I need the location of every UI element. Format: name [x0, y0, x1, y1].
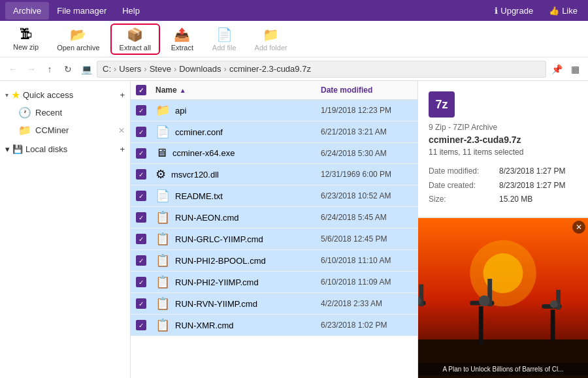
- add-local-disk-button[interactable]: +: [120, 144, 125, 154]
- file-type-icon-9: 📋: [155, 296, 170, 311]
- row-check-9[interactable]: ✓: [136, 298, 155, 309]
- extract-button[interactable]: 📤 Extract: [163, 24, 202, 55]
- like-label: Like: [562, 6, 578, 16]
- row-check-3[interactable]: ✓: [136, 169, 155, 180]
- table-row[interactable]: ✓ 📋 RUN-AEON.cmd 6/24/2018 5:45 AM: [131, 207, 417, 228]
- checkbox-4[interactable]: ✓: [136, 191, 146, 201]
- up-button[interactable]: ↑: [42, 61, 57, 77]
- new-zip-label: New zip: [13, 43, 39, 51]
- quick-access-header[interactable]: ▾ ★ Quick access +: [0, 86, 130, 104]
- pin-button[interactable]: 📌: [549, 61, 564, 77]
- checkbox-5[interactable]: ✓: [136, 212, 146, 223]
- back-button[interactable]: ←: [5, 61, 21, 77]
- file-type-icon-2: 🖥: [155, 146, 167, 160]
- menu-file-manager[interactable]: File manager: [49, 2, 114, 20]
- row-check-10[interactable]: ✓: [136, 320, 155, 331]
- row-check-1[interactable]: ✓: [136, 127, 155, 138]
- path-file[interactable]: ccminer-2.3-cuda9.7z: [229, 64, 311, 74]
- table-row[interactable]: ✓ 📋 RUN-PHI2-YIIMP.cmd 6/10/2018 11:09 A…: [131, 272, 417, 293]
- file-name-0: api: [175, 106, 321, 116]
- row-check-8[interactable]: ✓: [136, 277, 155, 288]
- add-quick-access-button[interactable]: +: [120, 90, 125, 100]
- file-type-icon-10: 📋: [155, 318, 170, 332]
- remove-ccminer-button[interactable]: ✕: [118, 126, 125, 135]
- forward-button[interactable]: →: [24, 61, 39, 77]
- local-disks-section: ▾ 💾 Local disks +: [0, 142, 130, 157]
- table-row[interactable]: ✓ 📁 api 1/19/2018 12:23 PM: [131, 100, 417, 121]
- local-disks-header[interactable]: ▾ 💾 Local disks +: [0, 142, 130, 157]
- open-archive-button[interactable]: 📂 Open archive: [49, 24, 107, 55]
- menu-help[interactable]: Help: [114, 2, 148, 20]
- table-row[interactable]: ✓ ⚙ msvcr120.dll 12/31/1969 6:00 PM: [131, 164, 417, 185]
- computer-icon: 💻: [78, 61, 94, 77]
- quick-access-section: ▾ ★ Quick access + 🕐 Recent 📁 CCMiner ✕: [0, 86, 130, 139]
- extract-all-button[interactable]: 📦 Extract all: [110, 24, 160, 55]
- file-date-1: 6/21/2018 3:21 AM: [321, 127, 412, 136]
- upgrade-label: Upgrade: [500, 6, 533, 16]
- menu-archive[interactable]: Archive: [5, 2, 49, 20]
- date-created-label: Date created:: [429, 179, 494, 193]
- file-date-10: 6/23/2018 1:02 PM: [321, 321, 412, 330]
- like-button[interactable]: 👍 Like: [544, 3, 583, 18]
- sidebar-item-recent[interactable]: 🕐 Recent: [0, 104, 130, 121]
- checkbox-2[interactable]: ✓: [136, 148, 146, 159]
- table-row[interactable]: ✓ 🖥 ccminer-x64.exe 6/24/2018 5:30 AM: [131, 143, 417, 164]
- ad-caption: A Plan to Unlock Billions of Barrels of …: [418, 363, 588, 375]
- table-row[interactable]: ✓ 📋 RUN-PHI2-BPOOL.cmd 6/10/2018 11:10 A…: [131, 250, 417, 272]
- checkbox-9[interactable]: ✓: [136, 298, 146, 309]
- view-button[interactable]: ▦: [567, 61, 583, 77]
- svg-point-11: [479, 295, 490, 306]
- add-file-icon: 📄: [216, 27, 233, 42]
- upgrade-button[interactable]: ℹ Upgrade: [489, 3, 538, 18]
- path-users[interactable]: Users: [119, 64, 141, 74]
- refresh-button[interactable]: ↻: [60, 61, 76, 77]
- checkbox-0[interactable]: ✓: [136, 105, 146, 116]
- ad-close-button[interactable]: ✕: [572, 221, 585, 234]
- table-row[interactable]: ✓ 📋 RUN-RVN-YIIMP.cmd 4/2/2018 2:33 AM: [131, 293, 417, 315]
- recent-label: Recent: [35, 108, 62, 118]
- table-row[interactable]: ✓ 📄 README.txt 6/23/2018 10:52 AM: [131, 185, 417, 207]
- recent-icon: 🕐: [18, 106, 31, 119]
- row-check-7[interactable]: ✓: [136, 255, 155, 266]
- path-steve[interactable]: Steve: [150, 64, 171, 74]
- file-date-9: 4/2/2018 2:33 AM: [321, 299, 412, 308]
- col-name-header[interactable]: Name ▲: [155, 86, 321, 95]
- local-disks-label: Local disks: [25, 144, 67, 154]
- row-check-2[interactable]: ✓: [136, 148, 155, 159]
- file-rows: ✓ 📁 api 1/19/2018 12:23 PM ✓ 📄 ccminer.c…: [131, 100, 417, 336]
- path-c[interactable]: C:: [103, 64, 111, 74]
- info-top: 7z 9 Zip - 7ZIP Archive ccminer-2.3-cuda…: [418, 81, 588, 218]
- checkbox-1[interactable]: ✓: [136, 127, 146, 137]
- checkbox-8[interactable]: ✓: [136, 277, 146, 287]
- select-all-checkbox[interactable]: ✓: [136, 85, 146, 95]
- row-check-6[interactable]: ✓: [136, 234, 155, 245]
- table-row[interactable]: ✓ 📋 RUN-GRLC-YIIMP.cmd 5/6/2018 12:45 PM: [131, 228, 417, 250]
- file-date-8: 6/10/2018 11:09 AM: [321, 277, 412, 287]
- sep4: ›: [224, 64, 227, 74]
- table-row[interactable]: ✓ 📄 ccminer.conf 6/21/2018 3:21 AM: [131, 121, 417, 143]
- checkbox-10[interactable]: ✓: [136, 320, 146, 330]
- file-type-icon-6: 📋: [155, 232, 170, 246]
- extract-icon: 📤: [174, 27, 190, 42]
- table-row[interactable]: ✓ 📋 RUN-XMR.cmd 6/23/2018 1:02 PM: [131, 315, 417, 336]
- add-folder-button[interactable]: 📁 Add folder: [247, 24, 295, 55]
- file-type-icon-0: 📁: [155, 103, 170, 118]
- checkbox-3[interactable]: ✓: [136, 169, 146, 180]
- file-name-4: README.txt: [175, 191, 321, 201]
- row-check-4[interactable]: ✓: [136, 191, 155, 202]
- sidebar-item-ccminer[interactable]: 📁 CCMiner ✕: [0, 121, 130, 139]
- address-bar-right: 📌 ▦: [549, 61, 583, 77]
- size-value: 15.20 MB: [499, 193, 532, 207]
- extract-label: Extract: [171, 44, 193, 52]
- checkbox-6[interactable]: ✓: [136, 234, 146, 244]
- row-check-0[interactable]: ✓: [136, 105, 155, 116]
- add-file-button[interactable]: 📄 Add file: [204, 24, 244, 55]
- row-check-5[interactable]: ✓: [136, 212, 155, 223]
- path-downloads[interactable]: Downloads: [179, 64, 221, 74]
- new-zip-button[interactable]: 🗜 New zip: [5, 24, 46, 55]
- ad-area: A Plan to Unlock Billions of Barrels of …: [418, 218, 588, 378]
- toolbar: 🗜 New zip 📂 Open archive 📦 Extract all 📤…: [0, 21, 588, 57]
- col-date-header[interactable]: Date modified: [321, 86, 412, 95]
- checkbox-7[interactable]: ✓: [136, 255, 146, 266]
- address-path[interactable]: C: › Users › Steve › Downloads › ccminer…: [97, 61, 546, 78]
